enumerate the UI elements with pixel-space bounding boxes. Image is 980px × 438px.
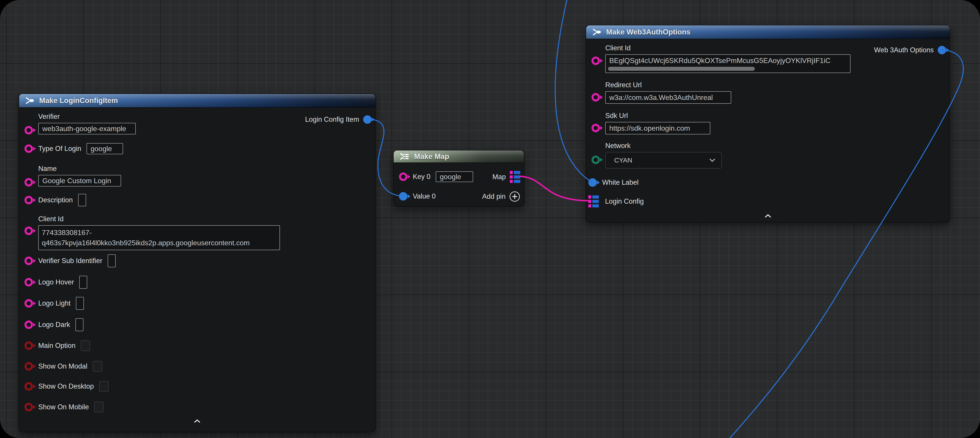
pin-label: Verifier (38, 113, 136, 121)
pin-login-config[interactable] (589, 196, 599, 207)
pin-map-output[interactable] (510, 171, 520, 183)
add-pin-icon[interactable] (509, 191, 520, 202)
node-make-map[interactable]: Make Map Key 0 google Map Value 0 Add pi… (393, 150, 524, 207)
node-make-login-config-item[interactable]: Make LoginConfigItem Login Config Item V… (19, 94, 375, 432)
client-id-input[interactable]: 774338308167- q463s7kpvja16l4l0kko3nb925… (38, 225, 280, 250)
node-make-web3auth-options[interactable]: Make Web3AuthOptions Web 3Auth Options C… (586, 25, 950, 222)
pin-label: Map (492, 173, 506, 181)
verifier-input[interactable]: web3auth-google-example (38, 123, 136, 134)
pin-label: Login Config Item (305, 116, 359, 124)
pin-value-0[interactable] (399, 192, 407, 201)
verifier-sub-identifier-input[interactable] (108, 254, 116, 267)
pin-label: Show On Modal (38, 362, 88, 370)
show-on-mobile-checkbox[interactable] (94, 402, 103, 413)
graph-canvas[interactable]: Make LoginConfigItem Login Config Item V… (0, 0, 980, 438)
horizontal-scrollbar[interactable] (608, 67, 755, 71)
pin-label: Web 3Auth Options (874, 46, 934, 54)
node-header[interactable]: Make Map (394, 150, 524, 163)
pin-label: Login Config (605, 197, 644, 205)
node-title: Make LoginConfigItem (39, 96, 118, 105)
pin-label: Main Option (38, 342, 75, 350)
pin-name[interactable] (24, 178, 33, 186)
client-id-text: BEglQSgt4cUWcj6SKRdu5QkOXTsePmMcusG5EAoy… (609, 55, 830, 66)
pin-label: Name (38, 165, 121, 173)
sdk-url-input[interactable]: https://sdk.openlogin.com (605, 122, 710, 134)
network-dropdown-value: CYAN (614, 156, 632, 164)
chevron-down-icon (710, 158, 715, 162)
pin-client-id[interactable] (592, 57, 600, 65)
pin-label: Type Of Login (38, 145, 81, 153)
name-input[interactable]: Google Custom Login (38, 175, 121, 186)
logo-hover-input[interactable] (79, 276, 87, 289)
pin-main-option[interactable] (24, 341, 33, 350)
node-title: Make Map (414, 152, 449, 161)
pin-web3auth-options-output[interactable] (938, 46, 946, 54)
pin-label: Logo Hover (38, 278, 74, 286)
add-pin-label: Add pin (482, 193, 506, 201)
pin-logo-hover[interactable] (24, 278, 33, 287)
node-header[interactable]: Make LoginConfigItem (19, 94, 375, 108)
pin-label: Logo Light (38, 299, 70, 307)
node-header[interactable]: Make Web3AuthOptions (586, 25, 950, 39)
pin-label: Verifier Sub Identifier (38, 257, 102, 265)
make-struct-icon (25, 97, 35, 105)
client-id-line1: 774338308167- (42, 228, 276, 238)
pin-login-config-item-output[interactable] (363, 115, 372, 124)
wire-map-to-login-config[interactable] (520, 176, 590, 201)
pin-label: Description (38, 196, 73, 204)
pin-type-of-login[interactable] (24, 145, 33, 153)
pin-key-0[interactable] (399, 172, 407, 181)
type-of-login-input[interactable]: google (87, 143, 123, 154)
pin-white-label[interactable] (589, 178, 597, 187)
pin-label: Key 0 (413, 173, 430, 181)
pin-logo-dark[interactable] (24, 320, 33, 329)
show-on-modal-checkbox[interactable] (93, 361, 102, 372)
pin-sdk-url[interactable] (592, 124, 600, 132)
network-dropdown[interactable]: CYAN (605, 152, 722, 169)
pin-label: Show On Desktop (38, 382, 94, 390)
pin-description[interactable] (24, 196, 33, 204)
pin-label: Redirect Url (605, 81, 731, 89)
pin-label: Show On Mobile (38, 403, 89, 411)
pin-verifier[interactable] (24, 126, 33, 134)
pin-label: Client Id (605, 44, 851, 52)
client-id-input[interactable]: BEglQSgt4cUWcj6SKRdu5QkOXTsePmMcusG5EAoy… (605, 54, 851, 73)
logo-dark-input[interactable] (75, 318, 83, 331)
logo-light-input[interactable] (76, 297, 84, 310)
pin-client-id[interactable] (24, 226, 33, 235)
pin-label: Logo Dark (38, 321, 70, 329)
collapse-chevron-icon[interactable] (765, 214, 771, 218)
pin-show-on-desktop[interactable] (24, 382, 33, 390)
pin-logo-light[interactable] (24, 299, 33, 307)
redirect-url-input[interactable]: w3a://com.w3a.Web3AuthUnreal (605, 91, 731, 104)
make-struct-icon (592, 28, 602, 36)
pin-label: Client Id (38, 215, 280, 223)
make-map-icon (399, 153, 410, 161)
key-0-input[interactable]: google (436, 171, 473, 182)
node-title: Make Web3AuthOptions (606, 28, 690, 36)
pin-verifier-sub-identifier[interactable] (24, 256, 33, 265)
pin-label: Network (605, 142, 722, 150)
pin-network[interactable] (592, 156, 600, 164)
pin-show-on-mobile[interactable] (24, 403, 33, 411)
pin-label: White Label (602, 178, 639, 186)
pin-redirect-url[interactable] (592, 93, 600, 102)
collapse-chevron-icon[interactable] (194, 419, 200, 423)
client-id-line2: q463s7kpvja16l4l0kko3nb925ikds2p.apps.go… (42, 238, 276, 248)
pin-show-on-modal[interactable] (24, 362, 33, 371)
pin-label: Sdk Url (605, 112, 710, 120)
main-option-checkbox[interactable] (81, 340, 90, 351)
pin-label: Value 0 (413, 192, 436, 200)
blueprint-editor: Make LoginConfigItem Login Config Item V… (0, 0, 980, 438)
show-on-desktop-checkbox[interactable] (99, 381, 108, 392)
description-input[interactable] (78, 194, 86, 206)
